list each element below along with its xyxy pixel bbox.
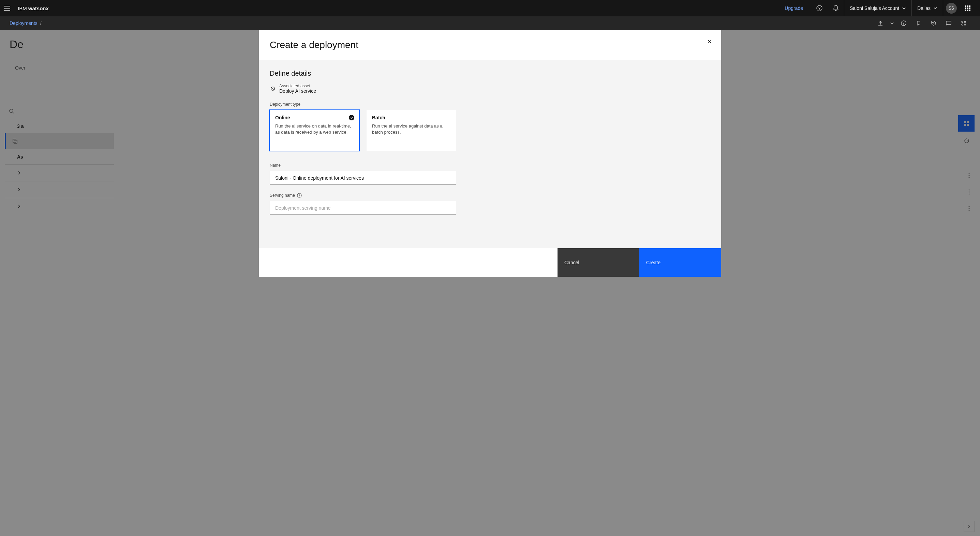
apps-switcher-icon[interactable] xyxy=(959,0,976,16)
svg-rect-6 xyxy=(967,8,969,9)
serving-name-label: Serving name xyxy=(270,193,710,198)
checkmark-icon xyxy=(349,115,354,122)
associated-asset-label: Associated asset xyxy=(279,84,316,88)
upgrade-link[interactable]: Upgrade xyxy=(784,5,803,11)
svg-rect-13 xyxy=(903,22,904,22)
ai-service-icon xyxy=(270,86,276,92)
info-icon[interactable] xyxy=(897,16,910,30)
chat-icon[interactable] xyxy=(942,16,955,30)
serving-name-input[interactable] xyxy=(270,201,456,215)
top-header: IBM watsonx Upgrade ? Saloni Saluja's Ac… xyxy=(0,0,980,16)
svg-rect-2 xyxy=(965,5,966,7)
close-icon[interactable] xyxy=(704,36,715,47)
svg-rect-9 xyxy=(967,10,969,11)
svg-text:?: ? xyxy=(818,6,821,10)
menu-icon[interactable] xyxy=(4,4,12,12)
svg-point-16 xyxy=(964,21,966,22)
svg-rect-14 xyxy=(946,21,951,25)
create-deployment-modal: Create a deployment Define details Assoc… xyxy=(259,30,721,277)
associated-asset-value: Deploy AI service xyxy=(279,88,316,94)
deployment-type-batch[interactable]: Batch Run the ai service against data as… xyxy=(367,110,456,151)
svg-point-35 xyxy=(349,115,354,120)
upload-icon[interactable] xyxy=(873,16,887,30)
deployment-type-label: Deployment type xyxy=(270,102,710,107)
svg-rect-7 xyxy=(969,8,970,9)
create-button[interactable]: Create xyxy=(640,248,721,277)
modal-overlay: Create a deployment Define details Assoc… xyxy=(0,30,980,536)
region-selector[interactable]: Dallas xyxy=(912,0,943,16)
svg-rect-5 xyxy=(965,8,966,9)
svg-rect-3 xyxy=(967,5,969,7)
svg-point-18 xyxy=(964,24,966,25)
account-selector[interactable]: Saloni Saluja's Account xyxy=(844,0,912,16)
deployment-name-input[interactable] xyxy=(270,171,456,185)
bookmark-icon[interactable] xyxy=(912,16,926,30)
svg-point-15 xyxy=(962,21,963,22)
modal-title: Create a deployment xyxy=(270,40,358,51)
deployment-type-online[interactable]: Online Run the ai service on data in rea… xyxy=(270,110,359,151)
type-online-title: Online xyxy=(275,115,353,120)
type-batch-desc: Run the ai service against data as a bat… xyxy=(372,123,450,135)
info-icon[interactable] xyxy=(297,193,302,198)
chevron-down-icon[interactable] xyxy=(889,16,896,30)
breadcrumb-deployments[interactable]: Deployments xyxy=(10,21,38,26)
breadcrumb-separator: / xyxy=(40,21,41,26)
settings-icon[interactable] xyxy=(957,16,970,30)
svg-rect-12 xyxy=(903,23,904,25)
svg-rect-4 xyxy=(969,5,970,7)
avatar[interactable]: SS xyxy=(946,3,957,14)
history-icon[interactable] xyxy=(927,16,940,30)
chevron-down-icon xyxy=(933,6,937,10)
cancel-button[interactable]: Cancel xyxy=(557,248,640,277)
chevron-down-icon xyxy=(902,6,906,10)
svg-rect-8 xyxy=(965,10,966,11)
section-title: Define details xyxy=(270,70,710,77)
sub-header: Deployments / xyxy=(0,16,980,30)
brand: IBM watsonx xyxy=(18,5,49,11)
help-icon[interactable]: ? xyxy=(811,0,827,16)
type-batch-title: Batch xyxy=(372,115,450,120)
notification-icon[interactable] xyxy=(827,0,844,16)
svg-point-17 xyxy=(962,24,963,25)
svg-rect-37 xyxy=(299,195,299,196)
type-online-desc: Run the ai service on data in real-time,… xyxy=(275,123,353,135)
name-label: Name xyxy=(270,163,710,168)
svg-rect-38 xyxy=(299,194,299,195)
svg-rect-10 xyxy=(969,10,970,11)
